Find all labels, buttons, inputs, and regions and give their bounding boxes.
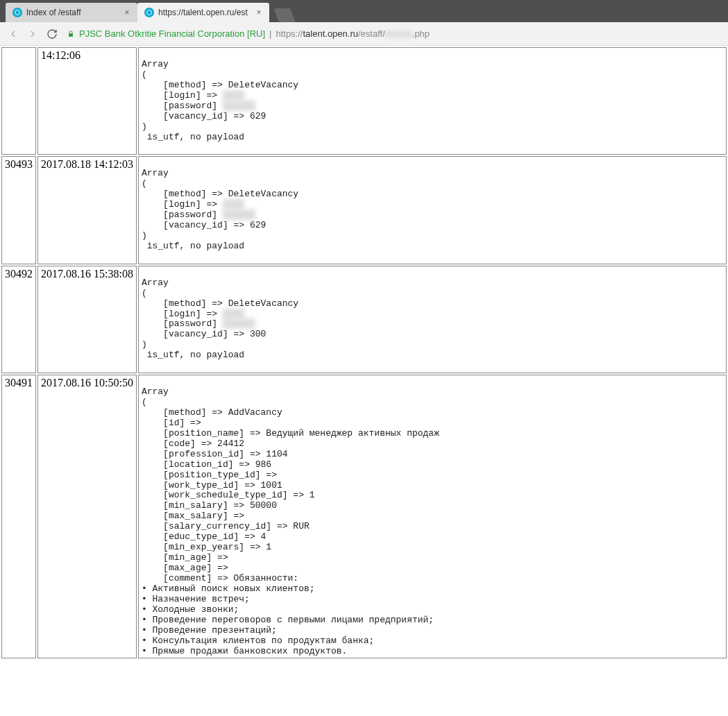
lock-icon [67,29,75,39]
new-tab-button[interactable] [273,8,295,22]
redacted-text: xxxxx [223,210,255,220]
browser-tab-inactive[interactable]: Index of /estaff × [6,3,137,22]
redacted-text: xxxxx [223,318,255,329]
tab-title: https://talent.open.ru/est [158,8,251,17]
page-content[interactable]: 14:12:06 Array ( [method] => DeleteVacan… [0,46,728,716]
favicon-icon [144,8,154,17]
log-id-cell: 30491 [1,375,36,658]
forward-button[interactable] [26,28,39,40]
table-row: 14:12:06 Array ( [method] => DeleteVacan… [1,47,727,155]
close-icon[interactable]: × [255,9,262,16]
log-timestamp-cell: 2017.08.16 15:38:08 [37,266,137,373]
url-text: https://talent.open.ru/estaff/xxxxxx.php [276,28,430,39]
log-pre: Array ( [method] => DeleteVacancy [login… [142,268,723,371]
browser-toolbar: PJSC Bank Otkritie Financial Corporation… [0,22,728,46]
log-pre: Array ( [method] => DeleteVacancy [login… [142,158,723,262]
log-content-cell: Array ( [method] => DeleteVacancy [login… [138,266,727,373]
tab-bar: Index of /estaff × https://talent.open.r… [0,0,728,22]
log-timestamp-cell: 14:12:06 [37,47,137,155]
redacted-text: xxx [223,90,244,101]
reload-button[interactable] [46,28,58,40]
log-table: 14:12:06 Array ( [method] => DeleteVacan… [0,46,728,660]
back-button[interactable] [7,28,19,40]
url-separator: | [269,28,271,39]
browser-chrome: Index of /estaff × https://talent.open.r… [0,0,728,46]
log-timestamp-cell: 2017.08.16 10:50:50 [37,375,137,658]
log-content-cell: Array ( [method] => DeleteVacancy [login… [138,156,727,264]
address-bar[interactable]: PJSC Bank Otkritie Financial Corporation… [65,28,721,39]
redacted-text: xxxxx [223,101,255,111]
cert-org: PJSC Bank Otkritie Financial Corporation… [79,28,265,39]
close-icon[interactable]: × [124,9,130,16]
browser-tab-active[interactable]: https://talent.open.ru/est × [137,3,269,22]
log-id-cell: 30493 [1,156,36,264]
log-id-cell [1,47,36,155]
log-id-cell: 30492 [1,266,36,373]
table-row: 304912017.08.16 10:50:50 Array ( [method… [1,375,727,658]
redacted-text: xxx [223,309,244,319]
favicon-icon [12,8,22,17]
log-pre: Array ( [method] => AddVacancy [id] => [… [142,377,723,656]
tab-title: Index of /estaff [26,8,119,17]
log-pre: Array ( [method] => DeleteVacancy [login… [142,49,723,153]
redacted-text: xxx [223,199,244,210]
log-content-cell: Array ( [method] => DeleteVacancy [login… [138,47,727,155]
table-row: 304922017.08.16 15:38:08 Array ( [method… [1,266,727,373]
log-timestamp-cell: 2017.08.18 14:12:03 [37,156,137,264]
table-row: 304932017.08.18 14:12:03 Array ( [method… [1,156,727,264]
log-content-cell: Array ( [method] => AddVacancy [id] => [… [138,375,727,658]
